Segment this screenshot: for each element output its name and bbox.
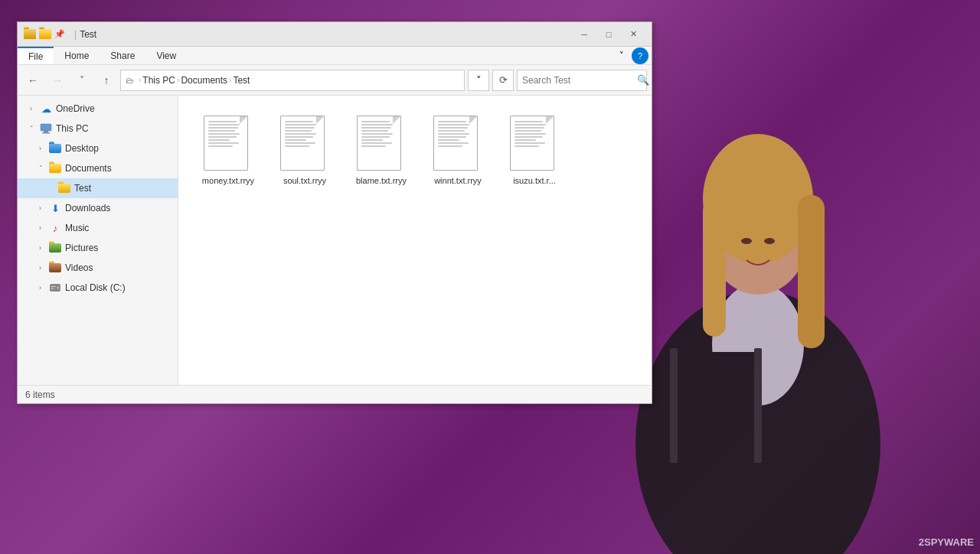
sidebar-label-documents: Documents <box>65 163 112 174</box>
sidebar-label-desktop: Desktop <box>65 143 99 154</box>
file-icon-5 <box>510 116 559 172</box>
sidebar-item-localdisk[interactable]: › Local Disk (C:) <box>18 278 178 298</box>
recent-button[interactable]: ˅ <box>71 70 93 91</box>
menu-view[interactable]: View <box>145 47 187 64</box>
sidebar-label-music: Music <box>65 223 89 233</box>
svg-rect-13 <box>42 132 50 134</box>
sidebar-item-thispc[interactable]: ˅ This PC <box>18 119 178 138</box>
chevron-localdisk: › <box>39 284 48 292</box>
search-input[interactable] <box>522 75 637 86</box>
sidebar-label-downloads: Downloads <box>65 203 110 213</box>
sidebar-item-downloads[interactable]: › ⬇ Downloads <box>18 198 178 218</box>
file-item-5[interactable]: isuzu.txt.r... <box>500 111 569 191</box>
chevron-documents: ˅ <box>39 165 48 172</box>
onedrive-icon: ☁ <box>39 103 53 114</box>
file-icon-1 <box>204 116 253 172</box>
content-area: › ☁ OneDrive ˅ This PC › <box>18 96 652 385</box>
svg-rect-10 <box>754 348 762 463</box>
address-bar[interactable]: 🗁 › This PC › Documents › Test <box>120 70 465 91</box>
file-item-3[interactable]: blame.txt.rryy <box>347 111 416 191</box>
minimize-button[interactable]: ─ <box>572 26 596 43</box>
search-box: 🔍 <box>517 70 647 91</box>
status-bar: 6 items <box>18 385 652 403</box>
sidebar-item-pictures[interactable]: › Pictures <box>18 238 178 258</box>
file-name-2: soul.txt.rryy <box>283 175 326 186</box>
address-crumb-test[interactable]: Test <box>233 75 250 86</box>
svg-rect-12 <box>44 131 48 132</box>
localdisk-icon <box>48 282 62 293</box>
search-icon: 🔍 <box>637 74 649 86</box>
title-controls: ─ □ ✕ <box>572 26 645 43</box>
svg-rect-17 <box>51 288 54 289</box>
file-item-2[interactable]: soul.txt.rryy <box>270 111 339 191</box>
status-items-count: 6 items <box>25 389 55 400</box>
close-button[interactable]: ✕ <box>621 26 645 43</box>
sidebar-label-onedrive: OneDrive <box>56 103 95 114</box>
sidebar-item-test[interactable]: › Test <box>18 178 178 198</box>
title-bar: 📌 | Test ─ □ ✕ <box>18 22 652 47</box>
back-button[interactable]: ← <box>22 70 44 91</box>
sidebar-label-localdisk: Local Disk (C:) <box>65 282 126 293</box>
window-title: Test <box>80 29 572 40</box>
address-crumb-thispc[interactable]: This PC <box>142 75 175 86</box>
sidebar-item-onedrive[interactable]: › ☁ OneDrive <box>18 99 178 119</box>
sidebar-item-videos[interactable]: › Videos <box>18 258 178 278</box>
menu-file[interactable]: File <box>18 47 54 64</box>
svg-rect-4 <box>703 199 726 337</box>
menu-share[interactable]: Share <box>100 47 145 64</box>
chevron-thispc: ˅ <box>30 125 39 132</box>
sidebar-label-thispc: This PC <box>56 123 89 134</box>
watermark: 2SPYWARE <box>919 536 974 548</box>
svg-point-7 <box>764 238 775 244</box>
sidebar-label-videos: Videos <box>65 262 93 273</box>
chevron-onedrive: › <box>30 105 39 112</box>
file-name-3: blame.txt.rryy <box>356 175 407 186</box>
address-dropdown-button[interactable]: ˅ <box>468 70 489 91</box>
svg-rect-16 <box>51 286 56 287</box>
address-chevron-0: › <box>139 76 141 84</box>
maximize-button[interactable]: □ <box>596 26 621 43</box>
up-button[interactable]: ↑ <box>96 70 117 91</box>
pictures-icon <box>48 243 62 253</box>
address-chevron-1: › <box>177 76 179 84</box>
file-icon-3 <box>357 116 406 172</box>
chevron-videos: › <box>39 264 48 272</box>
help-button[interactable]: ? <box>632 47 648 64</box>
sidebar: › ☁ OneDrive ˅ This PC › <box>18 96 178 385</box>
folder-icon-1 <box>24 29 36 39</box>
svg-rect-8 <box>674 352 758 459</box>
sidebar-item-desktop[interactable]: › Desktop <box>18 138 178 158</box>
explorer-window: 📌 | Test ─ □ ✕ File Home Share View ˅ ? … <box>17 21 652 404</box>
menu-bar: File Home Share View ˅ ? <box>18 47 652 65</box>
chevron-desktop: › <box>39 145 48 152</box>
title-bar-icons: 📌 <box>24 29 65 39</box>
address-chevron-2: › <box>229 76 231 84</box>
forward-button[interactable]: → <box>47 70 68 91</box>
thispc-icon <box>39 123 53 134</box>
address-icon: 🗁 <box>126 76 134 85</box>
file-icon-2 <box>280 116 329 172</box>
address-crumb-documents[interactable]: Documents <box>181 75 227 86</box>
file-name-5: isuzu.txt.r... <box>513 175 556 186</box>
file-item-4[interactable]: winnt.txt.rryy <box>423 111 492 191</box>
chevron-downloads: › <box>39 204 48 212</box>
folder-icon-2 <box>39 29 51 39</box>
refresh-button[interactable]: ⟳ <box>492 70 514 91</box>
svg-rect-9 <box>670 348 678 463</box>
svg-rect-11 <box>41 124 51 131</box>
videos-icon <box>48 262 62 273</box>
file-icon-4 <box>433 116 482 172</box>
svg-point-6 <box>741 238 752 244</box>
quick-access-icon: 📌 <box>54 29 65 39</box>
file-name-4: winnt.txt.rryy <box>434 175 482 186</box>
sidebar-item-music[interactable]: › ♪ Music <box>18 218 178 238</box>
toolbar: ← → ˅ ↑ 🗁 › This PC › Documents › Test ˅… <box>18 65 652 96</box>
menu-expand-button[interactable]: ˅ <box>613 47 630 64</box>
documents-icon <box>48 163 62 174</box>
svg-rect-5 <box>798 195 825 348</box>
menu-home[interactable]: Home <box>54 47 100 64</box>
sidebar-item-documents[interactable]: ˅ Documents <box>18 158 178 178</box>
file-area: money.txt.rryy soul.txt.rryy <box>178 96 652 385</box>
chevron-pictures: › <box>39 244 48 252</box>
file-item-1[interactable]: money.txt.rryy <box>194 111 263 191</box>
